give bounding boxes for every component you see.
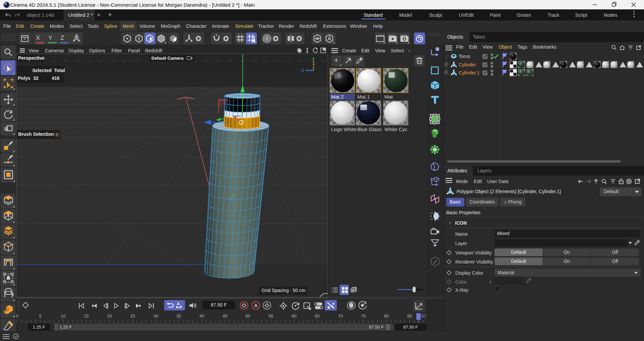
svg-text:70: 70 (338, 314, 343, 319)
svg-text:10: 10 (61, 314, 65, 319)
svg-text:50: 50 (245, 314, 250, 319)
svg-text:5: 5 (39, 314, 41, 319)
svg-text:A: A (254, 303, 258, 308)
svg-text:55: 55 (269, 314, 273, 319)
svg-text:60: 60 (292, 314, 296, 319)
svg-text:X: X (312, 62, 315, 66)
svg-text:0: 0 (16, 314, 18, 319)
svg-text:85: 85 (407, 314, 412, 319)
svg-text:80: 80 (384, 314, 389, 319)
svg-text:75: 75 (361, 314, 366, 319)
svg-text:20: 20 (107, 314, 112, 319)
svg-text:45: 45 (223, 314, 227, 319)
svg-text:15: 15 (84, 314, 89, 319)
svg-text:25: 25 (130, 314, 135, 319)
svg-text:65: 65 (315, 314, 320, 319)
svg-text:40: 40 (199, 314, 204, 319)
svg-text:Y: Y (312, 57, 315, 61)
svg-text:Z: Z (302, 68, 304, 72)
svg-text:87: 87 (421, 314, 426, 319)
svg-text:A: A (177, 302, 180, 306)
svg-text:35: 35 (176, 314, 181, 319)
svg-text:30: 30 (153, 314, 158, 319)
